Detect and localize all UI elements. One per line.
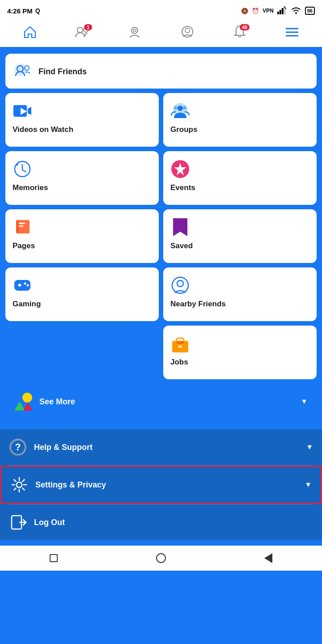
svg-point-20	[178, 106, 183, 111]
android-square-icon	[50, 554, 58, 562]
friends-badge: 1	[84, 24, 92, 30]
status-time: 4:26 PM Q	[7, 7, 40, 15]
nearby-friends-card[interactable]: Nearby Friends	[163, 267, 317, 321]
help-support-row[interactable]: ? Help & Support ▼	[0, 429, 322, 465]
groups-nav-icon	[127, 25, 142, 41]
android-home-btn[interactable]	[153, 550, 169, 566]
saved-card[interactable]: Saved	[163, 209, 317, 263]
groups-card[interactable]: Groups	[163, 93, 317, 147]
events-card[interactable]: Events	[163, 151, 317, 205]
gaming-card[interactable]: Gaming	[5, 267, 159, 321]
nav-profile[interactable]	[161, 21, 213, 47]
logout-icon	[9, 513, 27, 531]
nearby-friends-label: Nearby Friends	[170, 300, 309, 309]
settings-chevron: ▼	[305, 481, 312, 489]
events-icon	[170, 159, 190, 179]
nav-menu[interactable]	[266, 21, 318, 47]
find-friends-card[interactable]: Find Friends	[5, 54, 317, 89]
menu-grid: Videos on Watch Groups	[5, 93, 317, 379]
groups-label: Groups	[170, 125, 309, 134]
see-more-row[interactable]: See More ▼	[5, 385, 317, 419]
svg-point-7	[131, 27, 138, 34]
svg-text:?: ?	[15, 441, 21, 453]
android-circle-icon	[156, 553, 166, 563]
svg-rect-1	[280, 10, 281, 14]
memories-label: Memories	[13, 183, 152, 192]
find-friends-icon	[13, 62, 32, 81]
help-chevron: ▼	[306, 443, 313, 451]
notifications-badge: 48	[240, 24, 250, 30]
gaming-label: Gaming	[13, 300, 152, 309]
pages-icon	[13, 217, 32, 237]
android-nav	[0, 546, 322, 571]
svg-point-10	[185, 28, 190, 33]
status-bar: 4:26 PM Q 🔕 ⏰ VPN	[0, 0, 322, 21]
find-friends-label: Find Friends	[38, 67, 87, 76]
nav-notifications[interactable]: 48	[213, 21, 266, 47]
gaming-icon	[13, 275, 32, 295]
q-icon: Q	[35, 7, 40, 14]
see-more-icon	[14, 393, 32, 411]
svg-point-36	[177, 280, 183, 287]
jobs-card[interactable]: Jobs	[163, 326, 317, 379]
events-label: Events	[170, 183, 309, 192]
groups-card-icon	[170, 101, 190, 121]
nearby-friends-icon	[170, 275, 190, 295]
saved-label: Saved	[170, 242, 309, 250]
jobs-icon	[170, 334, 190, 353]
vpn-icon: VPN	[263, 8, 274, 14]
android-square-btn[interactable]	[46, 550, 62, 566]
svg-rect-40	[178, 346, 182, 347]
help-support-label: Help & Support	[34, 443, 299, 452]
see-more-chevron: ▼	[301, 398, 308, 406]
svg-point-22	[183, 106, 186, 110]
svg-rect-28	[19, 223, 25, 224]
nav-bar: 1 48	[0, 21, 322, 48]
memories-icon	[13, 159, 32, 179]
android-back-btn[interactable]	[260, 550, 276, 566]
svg-point-8	[133, 29, 136, 32]
settings-icon	[10, 476, 28, 494]
video-watch-icon	[13, 101, 32, 121]
nav-friends[interactable]: 1	[56, 21, 108, 47]
videos-on-watch-card[interactable]: Videos on Watch	[5, 93, 159, 147]
main-content: Find Friends Videos on Watch	[0, 48, 322, 424]
home-icon	[23, 25, 37, 41]
bottom-section: ? Help & Support ▼	[0, 429, 322, 540]
svg-point-21	[174, 106, 178, 110]
log-out-label: Log Out	[34, 518, 313, 527]
svg-rect-39	[177, 338, 184, 342]
svg-rect-32	[19, 284, 21, 287]
jobs-label: Jobs	[170, 358, 309, 367]
nav-groups[interactable]	[109, 21, 161, 47]
svg-point-34	[27, 284, 29, 287]
svg-rect-29	[19, 225, 23, 227]
svg-rect-0	[277, 12, 279, 14]
battery-icon: 96	[305, 7, 315, 15]
settings-privacy-row[interactable]: Settings & Privacy ▼	[0, 466, 322, 504]
saved-icon	[170, 217, 190, 237]
settings-privacy-label: Settings & Privacy	[35, 480, 297, 490]
alarm-icon: ⏰	[252, 8, 259, 14]
videos-label: Videos on Watch	[13, 125, 152, 134]
see-more-label: See More	[39, 397, 293, 407]
time-text: 4:26 PM	[7, 7, 33, 15]
help-icon: ?	[9, 438, 27, 456]
nav-home[interactable]	[4, 21, 56, 47]
svg-rect-2	[282, 8, 284, 14]
status-icons: 🔕 ⏰ VPN 96	[241, 6, 315, 16]
menu-icon	[286, 26, 298, 40]
log-out-row[interactable]: Log Out	[0, 504, 322, 540]
android-back-icon	[264, 553, 272, 563]
wifi-icon	[291, 6, 301, 16]
signal-icon	[277, 6, 287, 16]
pages-card[interactable]: Pages	[5, 209, 159, 263]
memories-card[interactable]: Memories	[5, 151, 159, 205]
svg-point-33	[24, 283, 26, 285]
pages-label: Pages	[13, 242, 152, 250]
svg-point-5	[77, 27, 83, 33]
mute-icon: 🔕	[241, 8, 248, 14]
profile-icon	[181, 25, 194, 41]
